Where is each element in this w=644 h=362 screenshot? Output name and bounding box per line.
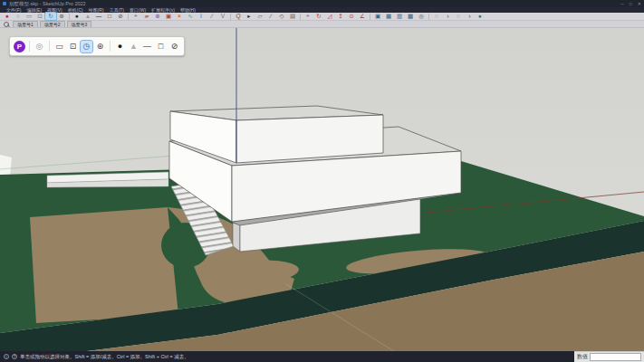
hide-lights-icon[interactable]: ⊘ [115,13,126,20]
measurement-area: 数值 [574,351,644,362]
line-light-icon[interactable]: — [141,41,153,52]
zoom-icon[interactable]: ⊕ [152,13,163,20]
maximize-button[interactable]: □ [630,1,632,6]
scene-tab-2[interactable]: 场景号3 [67,21,92,27]
podium-render-icon[interactable]: P [14,41,25,52]
shadow-settings-icon[interactable]: ◑ [442,13,453,20]
area-light-icon[interactable]: □ [155,41,167,52]
measurement-label: 数值 [577,353,588,361]
scale-tool-icon[interactable]: ◿ [324,13,335,20]
component-library-icon[interactable]: ▦ [383,13,394,20]
geolocation-icon[interactable]: i [4,354,9,359]
toolbar-separator [128,14,129,20]
live-sync-icon[interactable]: ◷ [81,41,92,52]
component-make-icon[interactable]: ▣ [372,13,383,20]
point-light-icon[interactable]: ● [72,13,82,20]
section-toggle-icon[interactable]: ◑ [464,13,475,20]
shadow-toggle-icon[interactable]: ○ [431,13,442,20]
search-icon[interactable] [4,22,9,27]
component-swap-icon[interactable]: ▥ [394,13,405,20]
settings-gear-icon[interactable]: ⊛ [56,13,67,20]
orbit-icon[interactable]: ↻ [45,13,56,20]
snapshot-icon[interactable]: ⊡ [67,41,79,52]
eraser-dropdown-icon[interactable]: ▱ [255,13,265,20]
sketchup-window: 别墅模型.skp - SketchUp Pro 2022 ─ □ ✕ 文件(F)… [0,0,644,362]
tape-measure-icon[interactable]: ∠ [357,13,368,20]
geo-location-icon[interactable]: ● [475,13,485,20]
component-edit-icon[interactable]: ▩ [405,13,416,20]
follow-me-icon[interactable]: ∿ [185,13,196,20]
toggle-lights-icon[interactable]: ⊘ [168,41,180,52]
window-title: 别墅模型.skp - SketchUp Pro 2022 [9,1,620,7]
render-preview-icon[interactable]: ◎ [34,41,45,52]
title-bar: 别墅模型.skp - SketchUp Pro 2022 ─ □ ✕ [0,0,644,7]
scene-tab-bar: 场景号1场景号2场景号3 [0,21,644,28]
line-light-icon[interactable]: — [93,13,104,20]
toolbar-separator [29,41,30,52]
animation-icon[interactable]: ▭ [53,41,65,52]
status-hint-area: i ? 单击或拖动以选择对象。Shift = 添加/减去。Ctrl = 添加。S… [0,351,574,362]
entity-info-icon[interactable]: i [196,13,207,20]
style-sphere-icon[interactable]: ● [2,13,13,20]
orbit-ring-icon[interactable]: ○ [13,13,24,20]
move-icon[interactable]: + [130,13,141,20]
delete-icon[interactable]: × [174,13,185,20]
styles-dropdown-icon[interactable]: ◎ [416,13,427,20]
area-rect-icon[interactable]: □ [104,13,115,20]
toolbar-separator [300,14,301,20]
camera-view-icon[interactable]: ▭ [24,13,34,20]
pencil-icon[interactable]: ∕ [207,13,217,20]
minimize-button[interactable]: ─ [620,1,624,6]
app-icon [3,2,6,5]
status-hint-text: 单击或拖动以选择对象。Shift = 添加/减去。Ctrl = 添加。Shift… [20,354,189,360]
model-viewport[interactable] [0,28,644,351]
toolbar-separator [370,14,370,20]
fog-toggle-icon[interactable]: ○ [453,13,464,20]
camera-photo-icon[interactable]: ⊡ [34,13,45,20]
toolbar-separator [428,14,429,20]
pen-dropdown-icon[interactable]: ∕ [265,13,276,20]
selection-box-icon[interactable]: ▣ [163,13,174,20]
spot-cone-icon[interactable]: ▲ [82,13,93,20]
toolbar-separator [69,14,70,20]
offset-tool-icon[interactable]: ⊙ [346,13,357,20]
select-arrow-icon[interactable]: ▸ [244,13,255,20]
push-pull-icon[interactable]: ↥ [335,13,346,20]
toolbar-separator [110,41,111,52]
search-icon[interactable]: Q [233,13,244,20]
measurement-input[interactable] [590,353,641,361]
toolbar-separator [49,41,50,52]
close-button[interactable]: ✕ [638,1,641,6]
tier1-left-face[interactable] [233,223,240,252]
scene-tab-0[interactable]: 场景号1 [13,21,38,27]
panel-dropdown-icon[interactable]: ▤ [287,13,298,20]
render-plugin-toolbar: P◎▭⊡◷⊛●▲—□⊘ [9,36,185,56]
shapes-dropdown-icon[interactable]: ◇ [276,13,287,20]
brown-courtyard[interactable] [30,207,178,323]
omni-light-icon[interactable]: ● [114,41,126,52]
render-options-icon[interactable]: ⊛ [94,41,106,52]
axes-icon[interactable]: V [217,13,228,20]
spot-light-icon[interactable]: ▲ [128,41,139,52]
scene-tab-1[interactable]: 场景号2 [40,21,65,27]
eraser-icon[interactable]: ▰ [141,13,152,20]
status-bar: i ? 单击或拖动以选择对象。Shift = 添加/减去。Ctrl = 添加。S… [0,351,644,362]
help-icon[interactable]: ? [12,354,17,359]
main-toolbar: ●○▭⊡↻⊛●▲—□⊘+▰⊕▣×∿i∕VQ▸▱∕◇▤+↻◿↥⊙∠▣▦▥▩◎○◑○… [0,13,644,21]
rotate-tool-icon[interactable]: ↻ [313,13,324,20]
move-tool-icon[interactable]: + [303,13,313,20]
toolbar-separator [230,14,231,20]
